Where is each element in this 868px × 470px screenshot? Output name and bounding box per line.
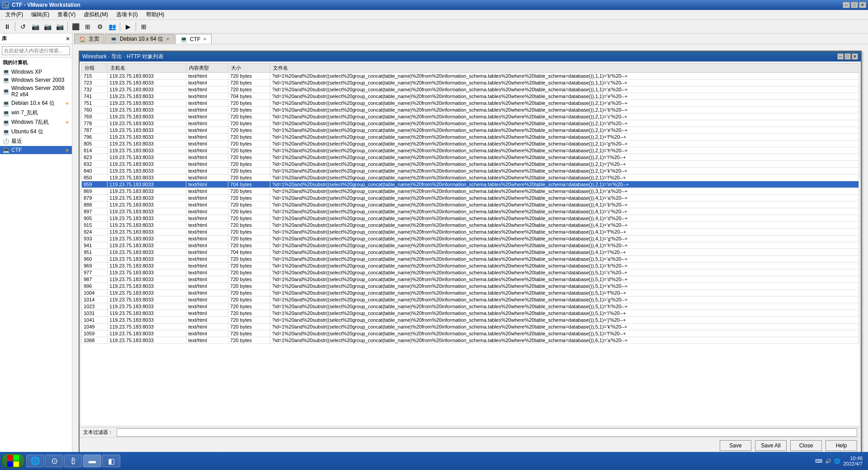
- table-row[interactable]: 977119.23.75.183:8033text/html720 bytes?…: [82, 269, 859, 276]
- taskbar-terminal-btn[interactable]: ▬: [83, 455, 101, 467]
- toolbar-snapshot-btn[interactable]: 📷: [30, 21, 41, 32]
- table-row[interactable]: 840119.23.75.183:8033text/html720 bytes?…: [82, 168, 859, 174]
- col-filename[interactable]: 文件名: [270, 64, 859, 73]
- sidebar-item-ws2008[interactable]: 💻 Windows Server 2008 R2 x64: [0, 84, 72, 99]
- table-row[interactable]: 760119.23.75.183:8033text/html720 bytes?…: [82, 107, 859, 113]
- table-row[interactable]: 723119.23.75.183:8033text/html720 bytes?…: [82, 80, 859, 86]
- table-row[interactable]: 987119.23.75.183:8033text/html720 bytes?…: [82, 276, 859, 283]
- table-row[interactable]: 732119.23.75.183:8033text/html720 bytes?…: [82, 86, 859, 93]
- toolbar-team-btn[interactable]: 👥: [107, 21, 118, 32]
- sidebar-item-recent[interactable]: 🕐 最近: [0, 136, 72, 146]
- table-row[interactable]: 951119.23.75.183:8033text/html704 bytes?…: [82, 249, 859, 256]
- table-row[interactable]: 814119.23.75.183:8033text/html720 bytes?…: [82, 147, 859, 154]
- table-row[interactable]: 905119.23.75.183:8033text/html720 bytes?…: [82, 215, 859, 222]
- table-row[interactable]: 778119.23.75.183:8033text/html720 bytes?…: [82, 120, 859, 127]
- col-id[interactable]: 分组: [82, 64, 108, 73]
- maximize-button[interactable]: □: [851, 2, 858, 8]
- sidebar-item-debian[interactable]: 💻 Debian 10.x 64 位 ★: [0, 99, 72, 108]
- sidebar-item-ctf[interactable]: 💻 CTF ★: [0, 146, 72, 154]
- taskbar-ie-btn[interactable]: 🌐: [26, 455, 44, 467]
- cell-type: text/html: [186, 181, 228, 188]
- sidebar-item-ubuntu[interactable]: 💻 Ubuntu 64 位: [0, 127, 72, 136]
- col-host[interactable]: 主机名: [108, 64, 186, 73]
- table-row[interactable]: 879119.23.75.183:8033text/html720 bytes?…: [82, 195, 859, 202]
- tab-ctf[interactable]: 💻 CTF ✕: [175, 34, 212, 44]
- menu-help[interactable]: 帮助(H): [142, 10, 168, 19]
- toolbar-unity-btn[interactable]: ⊞: [82, 21, 93, 32]
- text-filter-input[interactable]: [117, 428, 857, 437]
- cell-size: 720 bytes: [228, 86, 270, 93]
- table-row[interactable]: 924119.23.75.183:8033text/html720 bytes?…: [82, 229, 859, 235]
- help-button[interactable]: Help: [826, 440, 857, 451]
- close-button[interactable]: ✕: [859, 2, 866, 8]
- table-row[interactable]: 796119.23.75.183:8033text/html720 bytes?…: [82, 134, 859, 141]
- tab-debian-close[interactable]: ✕: [166, 37, 170, 42]
- toolbar-terminal-btn[interactable]: ▶: [123, 21, 133, 32]
- sidebar-item-winxp[interactable]: 💻 Windows XP: [0, 68, 72, 76]
- minimize-button[interactable]: ─: [843, 2, 850, 8]
- table-row[interactable]: 1031119.23.75.183:8033text/html720 bytes…: [82, 310, 859, 317]
- table-row[interactable]: 869119.23.75.183:8033text/html720 bytes?…: [82, 188, 859, 195]
- tab-ctf-close[interactable]: ✕: [203, 37, 207, 42]
- table-row[interactable]: 1049119.23.75.183:8033text/html720 bytes…: [82, 324, 859, 330]
- table-row[interactable]: 715119.23.75.183:8033text/html720 bytes?…: [82, 73, 859, 80]
- table-row[interactable]: 1059119.23.75.183:8033text/html720 bytes…: [82, 330, 859, 337]
- table-row[interactable]: 996119.23.75.183:8033text/html720 bytes?…: [82, 283, 859, 290]
- toolbar-snapshot2-btn[interactable]: 📷: [42, 21, 53, 32]
- taskbar-vmware-btn[interactable]: ◧: [102, 455, 120, 467]
- toolbar-snapshot3-btn[interactable]: 📷: [54, 21, 65, 32]
- table-row[interactable]: 805119.23.75.183:8033text/html720 bytes?…: [82, 141, 859, 147]
- save-button[interactable]: Save: [720, 440, 751, 451]
- table-row[interactable]: 823119.23.75.183:8033text/html720 bytes?…: [82, 154, 859, 161]
- toolbar-power-btn[interactable]: ⏸: [2, 21, 13, 32]
- table-row[interactable]: 741119.23.75.183:8033text/html704 bytes?…: [82, 93, 859, 100]
- table-row[interactable]: 859119.23.75.183:8033text/html704 bytes?…: [82, 181, 859, 188]
- dialog-max-btn[interactable]: □: [844, 53, 851, 60]
- sidebar-close-btn[interactable]: ✕: [66, 36, 70, 42]
- start-button[interactable]: [2, 454, 24, 468]
- sidebar-item-ws2003[interactable]: 💻 Windows Server 2003: [0, 76, 72, 84]
- table-row[interactable]: 751119.23.75.183:8033text/html720 bytes?…: [82, 100, 859, 107]
- table-row[interactable]: 1023119.23.75.183:8033text/html720 bytes…: [82, 303, 859, 310]
- dialog-min-btn[interactable]: ─: [837, 53, 844, 60]
- menu-file[interactable]: 文件(F): [2, 10, 27, 19]
- menu-view[interactable]: 查看(V): [54, 10, 79, 19]
- table-row[interactable]: 969119.23.75.183:8033text/html720 bytes?…: [82, 263, 859, 269]
- http-objects-table-container[interactable]: 分组 主机名 内容类型 大小 文件名 715119.23.75.183:8033…: [81, 63, 859, 425]
- table-row[interactable]: 897119.23.75.183:8033text/html720 bytes?…: [82, 208, 859, 215]
- menu-edit[interactable]: 编辑(E): [28, 10, 53, 19]
- tab-debian[interactable]: 💻 Debian 10.x 64 位 ✕: [105, 34, 175, 44]
- vm-toolbar: ⏸ ↺ 📷 📷 📷 ⬛ ⊞ ⚙ 👥 ▶ ⊞: [0, 20, 868, 33]
- sidebar-item-win7[interactable]: 💻 Windows 7乱机 ★: [0, 118, 72, 127]
- toolbar-prefs-btn[interactable]: ⚙: [94, 21, 105, 32]
- taskbar-chrome-btn[interactable]: ⊙: [45, 455, 63, 467]
- col-type[interactable]: 内容类型: [186, 64, 228, 73]
- tray-clock[interactable]: 10:46 2022/4/7: [843, 456, 863, 466]
- table-row[interactable]: 787119.23.75.183:8033text/html720 bytes?…: [82, 127, 859, 134]
- menu-tabs[interactable]: 选项卡(I): [113, 10, 141, 19]
- menu-vm[interactable]: 虚拟机(M): [80, 10, 112, 19]
- table-row[interactable]: 850119.23.75.183:8033text/html720 bytes?…: [82, 174, 859, 181]
- table-row[interactable]: 915119.23.75.183:8033text/html720 bytes?…: [82, 222, 859, 229]
- table-row[interactable]: 933119.23.75.183:8033text/html720 bytes?…: [82, 235, 859, 242]
- dialog-close-btn[interactable]: ✕: [852, 53, 858, 60]
- table-row[interactable]: 1041119.23.75.183:8033text/html720 bytes…: [82, 317, 859, 324]
- search-input[interactable]: [2, 46, 70, 55]
- col-size[interactable]: 大小: [228, 64, 270, 73]
- sidebar-item-win7luan[interactable]: 💻 win 7_乱机: [0, 108, 72, 118]
- table-row[interactable]: 1068119.23.75.183:8033text/html720 bytes…: [82, 337, 859, 344]
- table-row[interactable]: 960119.23.75.183:8033text/html720 bytes?…: [82, 256, 859, 263]
- table-row[interactable]: 769119.23.75.183:8033text/html720 bytes?…: [82, 113, 859, 120]
- toolbar-restart-btn[interactable]: ↺: [18, 21, 28, 32]
- toolbar-extra-btn[interactable]: ⊞: [138, 21, 149, 32]
- table-row[interactable]: 888119.23.75.183:8033text/html720 bytes?…: [82, 202, 859, 208]
- toolbar-fullscreen-btn[interactable]: ⬛: [70, 21, 81, 32]
- table-row[interactable]: 941119.23.75.183:8033text/html720 bytes?…: [82, 242, 859, 249]
- save-all-button[interactable]: Save All: [755, 440, 787, 451]
- tab-home[interactable]: 🏠 主页: [74, 34, 104, 44]
- taskbar-bluetooth-btn[interactable]: ₿: [64, 455, 82, 467]
- close-dialog-button[interactable]: Close: [790, 440, 822, 451]
- table-row[interactable]: 832119.23.75.183:8033text/html720 bytes?…: [82, 161, 859, 168]
- table-row[interactable]: 1014119.23.75.183:8033text/html720 bytes…: [82, 296, 859, 303]
- table-row[interactable]: 1004119.23.75.183:8033text/html720 bytes…: [82, 290, 859, 296]
